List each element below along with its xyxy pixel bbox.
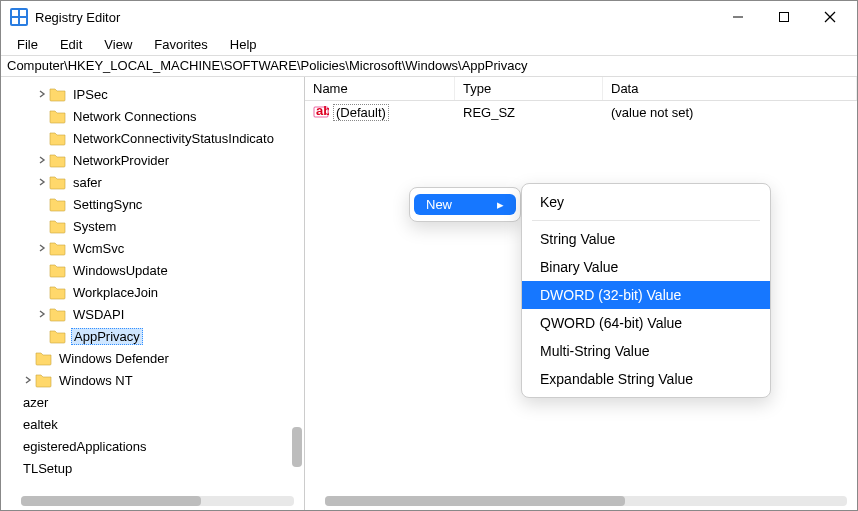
minimize-button[interactable] [715,1,761,33]
tree-item[interactable]: egisteredApplications [1,435,304,457]
context-submenu: KeyString ValueBinary ValueDWORD (32-bit… [521,183,771,398]
context-item[interactable]: Multi-String Value [522,337,770,365]
titlebar: Registry Editor [1,1,857,33]
tree-item[interactable]: NetworkConnectivityStatusIndicato [1,127,304,149]
tree-item[interactable]: WSDAPI [1,303,304,325]
string-value-icon: ab [313,104,329,120]
expand-chevron-icon[interactable] [21,376,35,384]
submenu-arrow-icon: ▸ [497,197,504,212]
tree-item-label: AppPrivacy [71,328,143,345]
svg-text:ab: ab [316,104,329,118]
svg-rect-3 [12,18,18,24]
folder-icon [49,218,67,234]
folder-icon [35,372,53,388]
menu-file[interactable]: File [7,35,48,54]
tree-item[interactable]: Network Connections [1,105,304,127]
folder-icon [49,174,67,190]
tree-item-label: azer [21,395,50,410]
folder-icon [49,240,67,256]
list-pane[interactable]: Name Type Data ab (Default) REG_SZ (valu… [305,77,857,510]
maximize-button[interactable] [761,1,807,33]
svg-rect-6 [780,13,789,22]
col-data[interactable]: Data [603,77,857,100]
tree-item[interactable]: AppPrivacy [1,325,304,347]
tree-item[interactable]: WindowsUpdate [1,259,304,281]
list-row[interactable]: ab (Default) REG_SZ (value not set) [305,101,857,123]
tree-item-label: WcmSvc [71,241,126,256]
value-data: (value not set) [603,103,857,122]
context-item[interactable]: Key [522,188,770,216]
list-horizontal-scrollbar[interactable] [325,496,847,506]
expand-chevron-icon[interactable] [35,90,49,98]
folder-icon [49,86,67,102]
tree-pane[interactable]: IPSecNetwork ConnectionsNetworkConnectiv… [1,77,305,510]
tree-item[interactable]: ealtek [1,413,304,435]
menu-view[interactable]: View [94,35,142,54]
tree-item[interactable]: TLSetup [1,457,304,479]
menu-help[interactable]: Help [220,35,267,54]
tree-item[interactable]: System [1,215,304,237]
tree-item[interactable]: Windows NT [1,369,304,391]
folder-icon [35,350,53,366]
tree-item-label: NetworkConnectivityStatusIndicato [71,131,276,146]
expand-chevron-icon[interactable] [35,244,49,252]
tree-item-label: TLSetup [21,461,74,476]
tree-item-label: IPSec [71,87,110,102]
folder-icon [49,262,67,278]
context-item[interactable]: Binary Value [522,253,770,281]
address-bar[interactable]: Computer\HKEY_LOCAL_MACHINE\SOFTWARE\Pol… [1,55,857,77]
tree-item[interactable]: WcmSvc [1,237,304,259]
svg-rect-1 [12,10,18,16]
col-name[interactable]: Name [305,77,455,100]
context-item[interactable]: String Value [522,225,770,253]
context-item[interactable]: Expandable String Value [522,365,770,393]
tree-item[interactable]: IPSec [1,83,304,105]
menu-favorites[interactable]: Favorites [144,35,217,54]
tree-item-label: safer [71,175,104,190]
svg-rect-2 [20,10,26,16]
context-menu-new: New ▸ [409,187,521,222]
tree-item[interactable]: safer [1,171,304,193]
tree-item-label: System [71,219,118,234]
value-type: REG_SZ [455,103,603,122]
context-item[interactable]: DWORD (32-bit) Value [522,281,770,309]
folder-icon [49,152,67,168]
tree-item-label: ealtek [21,417,60,432]
folder-icon [49,328,67,344]
expand-chevron-icon[interactable] [35,156,49,164]
menubar: File Edit View Favorites Help [1,33,857,55]
tree-item-label: Windows Defender [57,351,171,366]
app-icon [9,7,29,27]
svg-rect-4 [20,18,26,24]
tree-item-label: WindowsUpdate [71,263,170,278]
tree-item-label: Windows NT [57,373,135,388]
context-item[interactable]: QWORD (64-bit) Value [522,309,770,337]
menu-edit[interactable]: Edit [50,35,92,54]
tree-item-label: Network Connections [71,109,199,124]
list-header: Name Type Data [305,77,857,101]
folder-icon [49,130,67,146]
col-type[interactable]: Type [455,77,603,100]
folder-icon [49,284,67,300]
tree-item-label: NetworkProvider [71,153,171,168]
tree-item-label: WSDAPI [71,307,126,322]
tree-item[interactable]: Windows Defender [1,347,304,369]
tree-item-label: WorkplaceJoin [71,285,160,300]
tree-vertical-scrollbar[interactable] [292,97,302,490]
expand-chevron-icon[interactable] [35,178,49,186]
tree-item[interactable]: WorkplaceJoin [1,281,304,303]
tree-horizontal-scrollbar[interactable] [21,496,294,506]
expand-chevron-icon[interactable] [35,310,49,318]
context-new-item[interactable]: New ▸ [414,194,516,215]
folder-icon [49,108,67,124]
tree-item[interactable]: azer [1,391,304,413]
window-title: Registry Editor [35,10,715,25]
folder-icon [49,196,67,212]
folder-icon [49,306,67,322]
tree-item[interactable]: NetworkProvider [1,149,304,171]
close-button[interactable] [807,1,853,33]
tree-item-label: SettingSync [71,197,144,212]
tree-item[interactable]: SettingSync [1,193,304,215]
menu-separator [532,220,760,221]
address-path: Computer\HKEY_LOCAL_MACHINE\SOFTWARE\Pol… [7,58,527,73]
